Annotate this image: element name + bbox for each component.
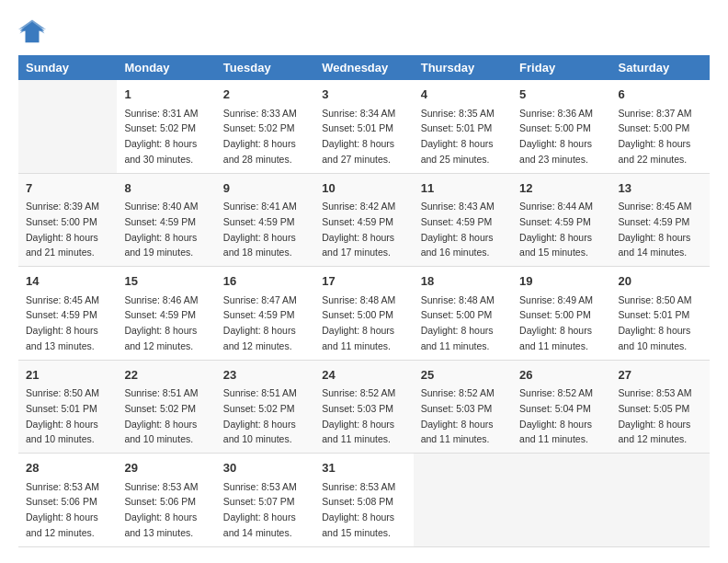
day-number: 12	[519, 179, 603, 198]
day-info: Sunrise: 8:39 AMSunset: 5:00 PMDaylight:…	[26, 201, 99, 258]
day-number: 5	[519, 86, 603, 104]
day-info: Sunrise: 8:41 AMSunset: 4:59 PMDaylight:…	[223, 201, 297, 258]
day-info: Sunrise: 8:33 AMSunset: 5:02 PMDaylight:…	[223, 108, 297, 165]
header-cell-saturday: Saturday	[611, 55, 710, 80]
day-info: Sunrise: 8:35 AMSunset: 5:01 PMDaylight:…	[421, 108, 495, 165]
calendar-table: SundayMondayTuesdayWednesdayThursdayFrid…	[18, 55, 710, 547]
day-cell: 26Sunrise: 8:52 AMSunset: 5:04 PMDayligh…	[512, 360, 610, 454]
day-cell: 19Sunrise: 8:49 AMSunset: 5:00 PMDayligh…	[512, 267, 610, 361]
day-cell: 22Sunrise: 8:51 AMSunset: 5:02 PMDayligh…	[117, 360, 215, 454]
day-info: Sunrise: 8:40 AMSunset: 4:59 PMDaylight:…	[124, 201, 198, 258]
week-row-4: 21Sunrise: 8:50 AMSunset: 5:01 PMDayligh…	[18, 360, 710, 454]
day-cell: 27Sunrise: 8:53 AMSunset: 5:05 PMDayligh…	[611, 360, 710, 454]
day-cell	[611, 454, 710, 547]
day-cell: 8Sunrise: 8:40 AMSunset: 4:59 PMDaylight…	[117, 173, 215, 267]
week-row-2: 7Sunrise: 8:39 AMSunset: 5:00 PMDaylight…	[18, 173, 710, 267]
day-info: Sunrise: 8:50 AMSunset: 5:01 PMDaylight:…	[26, 387, 99, 444]
day-number: 18	[421, 272, 505, 291]
day-info: Sunrise: 8:36 AMSunset: 5:00 PMDaylight:…	[519, 108, 593, 165]
day-number: 2	[223, 86, 307, 104]
day-cell: 6Sunrise: 8:37 AMSunset: 5:00 PMDaylight…	[611, 80, 710, 173]
day-cell: 7Sunrise: 8:39 AMSunset: 5:00 PMDaylight…	[18, 173, 117, 267]
day-number: 30	[223, 459, 307, 477]
day-number: 17	[322, 272, 405, 291]
day-number: 31	[322, 459, 405, 477]
day-cell: 4Sunrise: 8:35 AMSunset: 5:01 PMDaylight…	[414, 80, 512, 173]
day-number: 13	[619, 179, 702, 198]
day-cell: 25Sunrise: 8:52 AMSunset: 5:03 PMDayligh…	[414, 360, 512, 454]
day-info: Sunrise: 8:48 AMSunset: 5:00 PMDaylight:…	[322, 294, 395, 351]
day-cell: 18Sunrise: 8:48 AMSunset: 5:00 PMDayligh…	[414, 267, 512, 361]
day-cell: 2Sunrise: 8:33 AMSunset: 5:02 PMDaylight…	[216, 80, 314, 173]
day-info: Sunrise: 8:42 AMSunset: 4:59 PMDaylight:…	[322, 201, 395, 258]
day-number: 28	[26, 459, 109, 477]
day-info: Sunrise: 8:47 AMSunset: 4:59 PMDaylight:…	[223, 294, 297, 351]
day-info: Sunrise: 8:49 AMSunset: 5:00 PMDaylight:…	[519, 294, 593, 351]
day-info: Sunrise: 8:44 AMSunset: 4:59 PMDaylight:…	[519, 201, 593, 258]
day-info: Sunrise: 8:50 AMSunset: 5:01 PMDaylight:…	[619, 294, 692, 351]
day-cell: 21Sunrise: 8:50 AMSunset: 5:01 PMDayligh…	[18, 360, 117, 454]
day-number: 10	[322, 179, 405, 198]
day-cell: 12Sunrise: 8:44 AMSunset: 4:59 PMDayligh…	[512, 173, 610, 267]
day-cell	[512, 454, 610, 547]
day-cell: 10Sunrise: 8:42 AMSunset: 4:59 PMDayligh…	[314, 173, 413, 267]
day-cell: 15Sunrise: 8:46 AMSunset: 4:59 PMDayligh…	[117, 267, 215, 361]
day-info: Sunrise: 8:53 AMSunset: 5:06 PMDaylight:…	[26, 481, 99, 538]
day-info: Sunrise: 8:53 AMSunset: 5:07 PMDaylight:…	[223, 481, 297, 538]
day-number: 19	[519, 272, 603, 291]
day-number: 21	[26, 366, 109, 385]
day-info: Sunrise: 8:48 AMSunset: 5:00 PMDaylight:…	[421, 294, 495, 351]
header-cell-thursday: Thursday	[414, 55, 512, 80]
week-row-1: 1Sunrise: 8:31 AMSunset: 5:02 PMDaylight…	[18, 80, 710, 173]
header-row: SundayMondayTuesdayWednesdayThursdayFrid…	[18, 55, 710, 80]
day-number: 16	[223, 272, 307, 291]
day-info: Sunrise: 8:53 AMSunset: 5:06 PMDaylight:…	[124, 481, 198, 538]
day-number: 8	[124, 179, 208, 198]
day-cell: 5Sunrise: 8:36 AMSunset: 5:00 PMDaylight…	[512, 80, 610, 173]
week-row-5: 28Sunrise: 8:53 AMSunset: 5:06 PMDayligh…	[18, 454, 710, 547]
day-cell: 3Sunrise: 8:34 AMSunset: 5:01 PMDaylight…	[314, 80, 413, 173]
day-cell	[18, 80, 117, 173]
day-number: 25	[421, 366, 505, 385]
day-info: Sunrise: 8:46 AMSunset: 4:59 PMDaylight:…	[124, 294, 198, 351]
day-cell	[414, 454, 512, 547]
day-number: 26	[519, 366, 603, 385]
logo-icon	[18, 18, 46, 46]
day-cell: 30Sunrise: 8:53 AMSunset: 5:07 PMDayligh…	[216, 454, 314, 547]
day-cell: 17Sunrise: 8:48 AMSunset: 5:00 PMDayligh…	[314, 267, 413, 361]
day-cell: 20Sunrise: 8:50 AMSunset: 5:01 PMDayligh…	[611, 267, 710, 361]
day-info: Sunrise: 8:37 AMSunset: 5:00 PMDaylight:…	[619, 108, 692, 165]
day-cell: 23Sunrise: 8:51 AMSunset: 5:02 PMDayligh…	[216, 360, 314, 454]
day-cell: 13Sunrise: 8:45 AMSunset: 4:59 PMDayligh…	[611, 173, 710, 267]
day-cell: 24Sunrise: 8:52 AMSunset: 5:03 PMDayligh…	[314, 360, 413, 454]
day-cell: 14Sunrise: 8:45 AMSunset: 4:59 PMDayligh…	[18, 267, 117, 361]
day-number: 9	[223, 179, 307, 198]
header-cell-wednesday: Wednesday	[314, 55, 413, 80]
header-cell-sunday: Sunday	[18, 55, 117, 80]
day-number: 23	[223, 366, 307, 385]
day-info: Sunrise: 8:53 AMSunset: 5:05 PMDaylight:…	[619, 387, 692, 444]
day-info: Sunrise: 8:34 AMSunset: 5:01 PMDaylight:…	[322, 108, 395, 165]
day-info: Sunrise: 8:52 AMSunset: 5:04 PMDaylight:…	[519, 387, 593, 444]
day-cell: 16Sunrise: 8:47 AMSunset: 4:59 PMDayligh…	[216, 267, 314, 361]
day-number: 29	[124, 459, 208, 477]
day-number: 20	[619, 272, 702, 291]
day-info: Sunrise: 8:52 AMSunset: 5:03 PMDaylight:…	[322, 387, 395, 444]
week-row-3: 14Sunrise: 8:45 AMSunset: 4:59 PMDayligh…	[18, 267, 710, 361]
day-cell: 29Sunrise: 8:53 AMSunset: 5:06 PMDayligh…	[117, 454, 215, 547]
day-info: Sunrise: 8:31 AMSunset: 5:02 PMDaylight:…	[124, 108, 198, 165]
day-number: 3	[322, 86, 405, 104]
day-number: 22	[124, 366, 208, 385]
day-info: Sunrise: 8:52 AMSunset: 5:03 PMDaylight:…	[421, 387, 495, 444]
day-cell: 1Sunrise: 8:31 AMSunset: 5:02 PMDaylight…	[117, 80, 215, 173]
page-header	[18, 18, 710, 46]
day-number: 4	[421, 86, 505, 104]
day-cell: 28Sunrise: 8:53 AMSunset: 5:06 PMDayligh…	[18, 454, 117, 547]
day-info: Sunrise: 8:51 AMSunset: 5:02 PMDaylight:…	[223, 387, 297, 444]
day-info: Sunrise: 8:51 AMSunset: 5:02 PMDaylight:…	[124, 387, 198, 444]
logo	[18, 18, 50, 46]
day-cell: 11Sunrise: 8:43 AMSunset: 4:59 PMDayligh…	[414, 173, 512, 267]
day-number: 14	[26, 272, 109, 291]
day-number: 6	[619, 86, 702, 104]
day-info: Sunrise: 8:43 AMSunset: 4:59 PMDaylight:…	[421, 201, 495, 258]
